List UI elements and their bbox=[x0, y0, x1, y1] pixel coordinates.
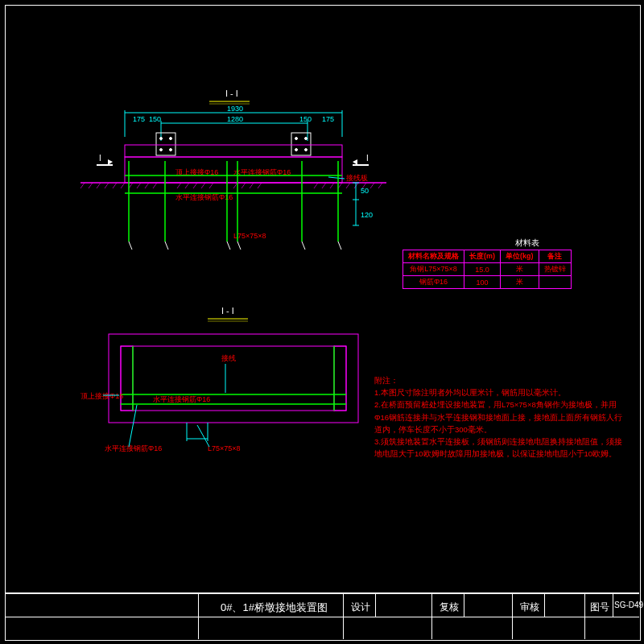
svg-line-36 bbox=[177, 183, 181, 188]
svg-line-68 bbox=[227, 242, 230, 250]
label-horiz4: 水平连接钢筋Φ16 bbox=[105, 444, 162, 452]
svg-point-16 bbox=[170, 149, 172, 151]
svg-line-29 bbox=[105, 183, 109, 188]
dim-1280: 1280 bbox=[227, 115, 243, 123]
svg-line-45 bbox=[314, 183, 318, 188]
svg-line-40 bbox=[209, 183, 213, 188]
table-title: 材料表 bbox=[515, 237, 539, 249]
svg-line-52 bbox=[370, 183, 374, 188]
svg-line-70 bbox=[302, 242, 305, 250]
svg-line-67 bbox=[165, 242, 168, 250]
dim-175b: 175 bbox=[322, 115, 334, 123]
svg-line-33 bbox=[137, 183, 141, 188]
design-label: 设计 bbox=[351, 601, 370, 614]
dim-150a: 150 bbox=[149, 115, 161, 123]
jiexian-label: 接线板 bbox=[346, 174, 368, 182]
title-block: 0#、1#桥墩接地装置图 设计 复核 审核 图号 SG-D49 bbox=[5, 592, 639, 639]
svg-line-34 bbox=[145, 183, 149, 188]
svg-marker-11 bbox=[353, 159, 357, 165]
table-header: 单位(kg) bbox=[501, 250, 539, 263]
svg-line-42 bbox=[242, 183, 246, 188]
svg-point-14 bbox=[170, 138, 172, 140]
svg-rect-12 bbox=[156, 133, 175, 155]
svg-line-37 bbox=[185, 183, 189, 188]
sheet-no: SG-D49 bbox=[614, 601, 643, 609]
svg-point-13 bbox=[160, 138, 163, 140]
note-1: 1.本图尺寸除注明者外均以厘米计，钢筋用以毫米计。 bbox=[374, 386, 624, 398]
svg-line-30 bbox=[113, 183, 117, 188]
svg-line-49 bbox=[346, 183, 350, 188]
label-horiz3: 水平连接钢筋Φ16 bbox=[153, 395, 210, 403]
section-marker-left: I bbox=[99, 154, 101, 163]
label-horiz2: 水平连接钢筋Φ16 bbox=[175, 193, 233, 201]
table-row: 材料名称及规格 长度(m) 单位(kg) 备注 bbox=[403, 250, 572, 263]
svg-point-19 bbox=[305, 138, 308, 140]
section-marker-right: I bbox=[366, 154, 369, 163]
svg-point-21 bbox=[305, 149, 308, 151]
dim-1930: 1930 bbox=[227, 105, 243, 113]
table-row: 角钢L75×75×8 15.0 米 热镀锌 bbox=[403, 263, 572, 276]
svg-line-27 bbox=[89, 183, 93, 188]
svg-line-71 bbox=[338, 242, 341, 250]
label-angle: L75×75×8 bbox=[233, 232, 266, 240]
table-header: 备注 bbox=[539, 250, 571, 263]
svg-line-53 bbox=[378, 183, 382, 188]
table-header: 长度(m) bbox=[464, 250, 501, 263]
svg-line-84 bbox=[129, 405, 137, 447]
svg-point-18 bbox=[295, 138, 298, 140]
label-jiexian2: 接线 bbox=[221, 354, 236, 362]
svg-line-31 bbox=[121, 183, 125, 188]
svg-rect-76 bbox=[121, 346, 133, 411]
svg-point-15 bbox=[160, 149, 163, 151]
drawing-canvas: I - I 1930 1280 175 150 150 175 I I 接线板 bbox=[0, 0, 644, 588]
svg-line-46 bbox=[322, 183, 326, 188]
svg-marker-9 bbox=[108, 159, 113, 165]
notes-header: 附注： bbox=[374, 374, 624, 386]
svg-line-47 bbox=[330, 183, 334, 188]
svg-line-39 bbox=[201, 183, 205, 188]
section-label-top: I - I bbox=[225, 89, 238, 98]
section-label-2: I - I bbox=[221, 306, 234, 316]
svg-line-43 bbox=[250, 183, 254, 188]
dim-120: 120 bbox=[361, 211, 373, 219]
label-angle2: L75×75×8 bbox=[208, 444, 241, 452]
dim-50: 50 bbox=[361, 187, 369, 195]
svg-line-28 bbox=[97, 183, 101, 188]
check-label: 审核 bbox=[520, 601, 539, 614]
svg-line-44 bbox=[258, 183, 262, 188]
material-table: 材料名称及规格 长度(m) 单位(kg) 备注 角钢L75×75×8 15.0 … bbox=[402, 250, 572, 289]
svg-line-38 bbox=[193, 183, 197, 188]
note-3: 3.须筑接地装置水平连接板，须钢筋则连接地电阻换持接地阻值，须接地电阻大于10欧… bbox=[374, 436, 624, 460]
table-header: 材料名称及规格 bbox=[403, 250, 464, 263]
note-2: 2.在桥面预留桩处埋设接地装置，用L75×75×8角钢作为接地极，并用Φ16钢筋… bbox=[374, 398, 624, 436]
svg-rect-77 bbox=[334, 346, 346, 411]
svg-line-26 bbox=[80, 183, 85, 188]
svg-line-66 bbox=[129, 242, 132, 250]
svg-point-20 bbox=[295, 149, 298, 151]
title-text: 0#、1#桥墩接地装置图 bbox=[221, 601, 328, 615]
svg-rect-74 bbox=[109, 334, 358, 423]
label-top-conn2: 顶上接接Φ16 bbox=[80, 392, 123, 400]
table-row: 钢筋Φ16 100 米 bbox=[403, 276, 572, 289]
dim-175a: 175 bbox=[133, 115, 145, 123]
svg-line-35 bbox=[153, 183, 157, 188]
svg-line-69 bbox=[237, 242, 241, 250]
review-label: 复核 bbox=[440, 601, 459, 614]
notes-block: 附注： 1.本图尺寸除注明者外均以厘米计，钢筋用以毫米计。 2.在桥面预留桩处埋… bbox=[374, 374, 624, 460]
dim-150b: 150 bbox=[299, 115, 312, 123]
sheet-label: 图号 bbox=[590, 601, 609, 614]
